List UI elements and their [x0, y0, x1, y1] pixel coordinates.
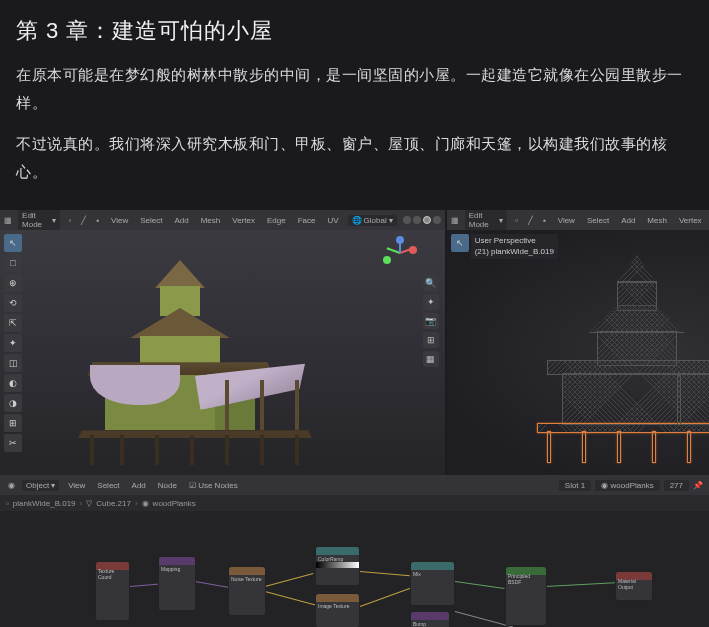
menu-face[interactable]: Face — [295, 215, 319, 226]
vertex-select-icon[interactable]: ▫ — [513, 215, 521, 225]
tool-knife[interactable]: ✂ — [4, 434, 22, 452]
node-breadcrumb: ▫ plankWide_B.019 › ▽ Cube.217 › ◉ woodP… — [0, 495, 709, 511]
node-output[interactable]: Material Output — [615, 571, 653, 601]
menu-view[interactable]: View — [108, 215, 131, 226]
house-model-solid — [60, 260, 300, 470]
viewport-left-canvas[interactable]: ↖ □ ⊕ ⟲ ⇱ ✦ ◫ ◐ ◑ ⊞ ✂ 🔍 — [0, 230, 445, 475]
edge-select-icon[interactable]: ╱ — [527, 215, 535, 225]
menu-select[interactable]: Select — [584, 215, 612, 226]
node-noise[interactable]: Noise Texture — [228, 566, 266, 616]
vertex-select-icon[interactable]: ▫ — [66, 215, 74, 225]
node-mapping[interactable]: Mapping — [158, 556, 196, 611]
editor-type-icon[interactable]: ▦ — [451, 215, 459, 225]
material-selector[interactable]: ◉ woodPlanks — [595, 480, 659, 491]
viewport-left: ▦ Edit Mode▾ ▫ ╱ ▪ View Select Add Mesh … — [0, 210, 445, 475]
viewport-side-controls: 🔍 ✦ 📷 ⊞ ▦ — [423, 275, 439, 367]
house-model-wireframe — [517, 255, 709, 470]
grid-icon[interactable]: ▦ — [423, 351, 439, 367]
menu-edge[interactable]: Edge — [264, 215, 289, 226]
menu-view[interactable]: View — [555, 215, 578, 226]
bc-mesh[interactable]: Cube.217 — [96, 499, 131, 508]
menu-vertex[interactable]: Vertex — [676, 215, 705, 226]
node-imgtex[interactable]: Image Texture — [315, 593, 360, 627]
node-mix[interactable]: Mix — [410, 561, 455, 606]
mode-dropdown[interactable]: Edit Mode▾ — [465, 210, 507, 230]
tool-select[interactable]: ↖ — [451, 234, 469, 252]
node-texcoord[interactable]: Texture Coord — [95, 561, 130, 621]
shading-mode-buttons[interactable] — [403, 216, 441, 224]
node-mode-dropdown[interactable]: Object▾ — [22, 480, 59, 491]
editor-type-icon[interactable]: ◉ — [6, 480, 16, 490]
left-tool-shelf: ↖ □ ⊕ ⟲ ⇱ ✦ ◫ ◐ ◑ ⊞ ✂ — [4, 234, 22, 452]
bc-mesh-icon: ▽ — [86, 499, 92, 508]
pin-icon[interactable]: 📌 — [693, 480, 703, 490]
face-select-icon[interactable]: ▪ — [541, 215, 549, 225]
user-count: 277 — [664, 480, 689, 491]
nav-gizmo[interactable] — [385, 238, 415, 268]
menu-node[interactable]: Node — [155, 480, 180, 491]
tool-inset[interactable]: ⊞ — [4, 414, 22, 432]
slot-dropdown[interactable]: Slot 1 — [559, 480, 591, 491]
tool-extrude[interactable]: ◑ — [4, 394, 22, 412]
tool-transform[interactable]: ✦ — [4, 334, 22, 352]
tool-cursor[interactable]: □ — [4, 254, 22, 272]
tool-rotate[interactable]: ⟲ — [4, 294, 22, 312]
left-tool-shelf: ↖ — [451, 234, 469, 252]
menu-uv[interactable]: UV — [324, 215, 341, 226]
chapter-paragraph-2: 不过说真的。我们将深入研究木板和门、甲板、窗户、屋顶、门廊和天篷，以构建我们故事… — [16, 131, 689, 186]
viewport-left-header: ▦ Edit Mode▾ ▫ ╱ ▪ View Select Add Mesh … — [0, 210, 445, 230]
mode-dropdown[interactable]: Edit Mode▾ — [18, 210, 60, 230]
chapter-title: 第 3 章：建造可怕的小屋 — [16, 16, 689, 46]
menu-mesh[interactable]: Mesh — [644, 215, 670, 226]
camera-icon[interactable]: 📷 — [423, 313, 439, 329]
tool-move[interactable]: ⊕ — [4, 274, 22, 292]
edge-select-icon[interactable]: ╱ — [80, 215, 88, 225]
node-principled[interactable]: Principled BSDF — [505, 566, 547, 626]
face-select-icon[interactable]: ▪ — [94, 215, 102, 225]
tool-select[interactable]: ↖ — [4, 234, 22, 252]
zoom-icon[interactable]: 🔍 — [423, 275, 439, 291]
editor-type-icon[interactable]: ▦ — [4, 215, 12, 225]
tool-measure[interactable]: ◐ — [4, 374, 22, 392]
node-editor-header: ◉ Object▾ View Select Add Node ☑ Use Nod… — [0, 475, 709, 495]
use-nodes-checkbox[interactable]: ☑ Use Nodes — [186, 480, 241, 491]
menu-select[interactable]: Select — [94, 480, 122, 491]
perspective-icon[interactable]: ⊞ — [423, 332, 439, 348]
bc-material-icon: ◉ — [142, 499, 149, 508]
move-view-icon[interactable]: ✦ — [423, 294, 439, 310]
menu-mesh[interactable]: Mesh — [198, 215, 224, 226]
menu-add[interactable]: Add — [171, 215, 191, 226]
node-colorramp-1[interactable]: ColorRamp — [315, 546, 360, 586]
menu-add[interactable]: Add — [129, 480, 149, 491]
tool-scale[interactable]: ⇱ — [4, 314, 22, 332]
bc-object[interactable]: plankWide_B.019 — [13, 499, 76, 508]
viewport-right-canvas[interactable]: ↖ User Perspective (21) plankWide_B.019 … — [447, 230, 709, 475]
tool-annotate[interactable]: ◫ — [4, 354, 22, 372]
node-editor-canvas[interactable]: Texture Coord Mapping Noise Texture Colo… — [0, 511, 709, 627]
chapter-paragraph-1: 在原本可能是在梦幻般的树林中散步的中间，是一间坚固的小屋。一起建造它就像在公园里… — [16, 62, 689, 117]
menu-view[interactable]: View — [65, 480, 88, 491]
menu-select[interactable]: Select — [137, 215, 165, 226]
bc-material[interactable]: woodPlanks — [153, 499, 196, 508]
node-bump[interactable]: Bump — [410, 611, 450, 627]
viewport-right-header: ▦ Edit Mode▾ ▫ ╱ ▪ View Select Add Mesh … — [447, 210, 709, 230]
menu-vertex[interactable]: Vertex — [229, 215, 258, 226]
blender-screenshot: ▦ Edit Mode▾ ▫ ╱ ▪ View Select Add Mesh … — [0, 210, 709, 627]
viewport-right: ▦ Edit Mode▾ ▫ ╱ ▪ View Select Add Mesh … — [447, 210, 709, 475]
orientation-dropdown[interactable]: 🌐Global▾ — [348, 215, 397, 226]
bc-object-icon: ▫ — [6, 499, 9, 508]
menu-add[interactable]: Add — [618, 215, 638, 226]
